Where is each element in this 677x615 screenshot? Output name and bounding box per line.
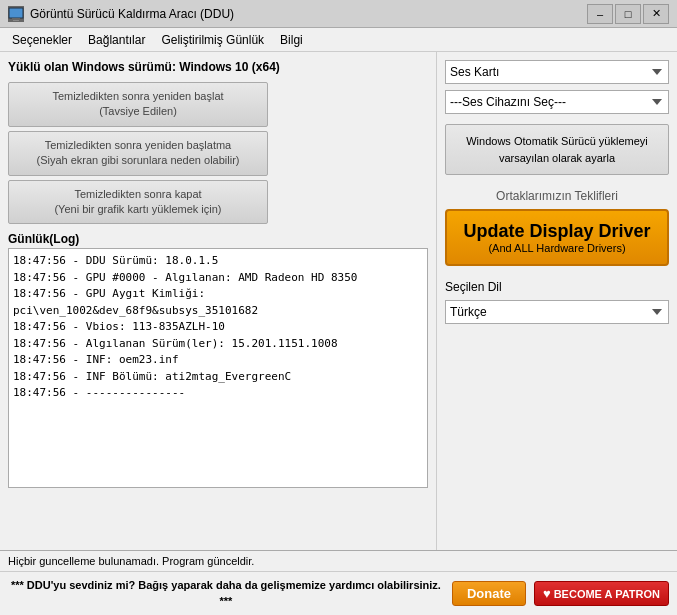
become-patron-button[interactable]: ♥ BECOME A PATRON xyxy=(534,581,669,606)
bottom-text: *** DDU'yu sevdiniz mi? Bağış yaparak da… xyxy=(8,578,444,609)
window-title: Görüntü Sürücü Kaldırma Aracı (DDU) xyxy=(30,7,587,21)
svg-rect-1 xyxy=(12,18,20,20)
lang-label: Seçilen Dil xyxy=(445,280,669,294)
status-text: Hiçbir guncelleme bulunamadı. Program gü… xyxy=(8,555,254,567)
left-panel: Yüklü olan Windows sürümü: Windows 10 (x… xyxy=(0,52,437,550)
device-select[interactable]: ---Ses Cihazını Seç--- xyxy=(445,90,669,114)
right-panel: Ses Kartı ---Ses Cihazını Seç--- Windows… xyxy=(437,52,677,550)
log-entry: 18:47:56 - Algılanan Sürüm(ler): 15.201.… xyxy=(13,336,423,353)
app-icon xyxy=(8,6,24,22)
close-button[interactable]: ✕ xyxy=(643,4,669,24)
menu-item-secenekler[interactable]: Seçenekler xyxy=(4,31,80,49)
shutdown-button[interactable]: Temizledikten sonra kapat (Yeni bir graf… xyxy=(8,180,268,225)
title-bar: Görüntü Sürücü Kaldırma Aracı (DDU) – □ … xyxy=(0,0,677,28)
menu-item-bilgi[interactable]: Bilgi xyxy=(272,31,311,49)
minimize-button[interactable]: – xyxy=(587,4,613,24)
loaded-driver-value: Windows 10 (x64) xyxy=(179,60,280,74)
loaded-driver-prefix: Yüklü olan Windows sürümü: xyxy=(8,60,179,74)
restart-no-clean-button[interactable]: Temizledikten sonra yeniden başlatma (Si… xyxy=(8,131,268,176)
patreon-icon: ♥ xyxy=(543,586,551,601)
svg-rect-2 xyxy=(13,20,19,21)
log-area[interactable]: 18:47:56 - DDU Sürümü: 18.0.1.518:47:56 … xyxy=(8,248,428,488)
partners-label: Ortaklarımızın Teklifleri xyxy=(445,189,669,203)
log-entry: 18:47:56 - --------------- xyxy=(13,385,423,402)
donate-button[interactable]: Donate xyxy=(452,581,526,606)
loaded-driver-label: Yüklü olan Windows sürümü: Windows 10 (x… xyxy=(8,60,428,74)
update-driver-button[interactable]: Update Display Driver (And ALL Hardware … xyxy=(445,209,669,266)
update-driver-main-text: Update Display Driver xyxy=(455,221,659,242)
device-type-select[interactable]: Ses Kartı xyxy=(445,60,669,84)
update-driver-sub-text: (And ALL Hardware Drivers) xyxy=(455,242,659,254)
restart-clean-button[interactable]: Temizledikten sonra yeniden başlat (Tavs… xyxy=(8,82,268,127)
menu-item-baglantılar[interactable]: Bağlantılar xyxy=(80,31,153,49)
log-section: Günlük(Log) 18:47:56 - DDU Sürümü: 18.0.… xyxy=(8,232,428,542)
window-controls: – □ ✕ xyxy=(587,4,669,24)
auto-driver-button[interactable]: Windows Otomatik Sürücü yüklemeyi varsay… xyxy=(445,124,669,175)
menu-bar: Seçenekler Bağlantılar Geliştirilmiş Gün… xyxy=(0,28,677,52)
log-entry: 18:47:56 - INF: oem23.inf xyxy=(13,352,423,369)
log-label: Günlük(Log) xyxy=(8,232,428,246)
main-content: Yüklü olan Windows sürümü: Windows 10 (x… xyxy=(0,52,677,615)
lang-select[interactable]: Türkçe xyxy=(445,300,669,324)
log-entry: 18:47:56 - Vbios: 113-835AZLH-10 xyxy=(13,319,423,336)
status-bar: Hiçbir guncelleme bulunamadı. Program gü… xyxy=(0,550,677,571)
maximize-button[interactable]: □ xyxy=(615,4,641,24)
bottom-bar: *** DDU'yu sevdiniz mi? Bağış yaparak da… xyxy=(0,571,677,615)
log-entry: 18:47:56 - GPU Aygıt Kimliği: pci\ven_10… xyxy=(13,286,423,319)
log-entry: 18:47:56 - INF Bölümü: ati2mtag_Evergree… xyxy=(13,369,423,386)
log-entry: 18:47:56 - DDU Sürümü: 18.0.1.5 xyxy=(13,253,423,270)
log-entry: 18:47:56 - GPU #0000 - Algılanan: AMD Ra… xyxy=(13,270,423,287)
svg-rect-0 xyxy=(9,8,23,18)
menu-item-gelismis[interactable]: Geliştirilmiş Günlük xyxy=(153,31,272,49)
top-area: Yüklü olan Windows sürümü: Windows 10 (x… xyxy=(0,52,677,550)
